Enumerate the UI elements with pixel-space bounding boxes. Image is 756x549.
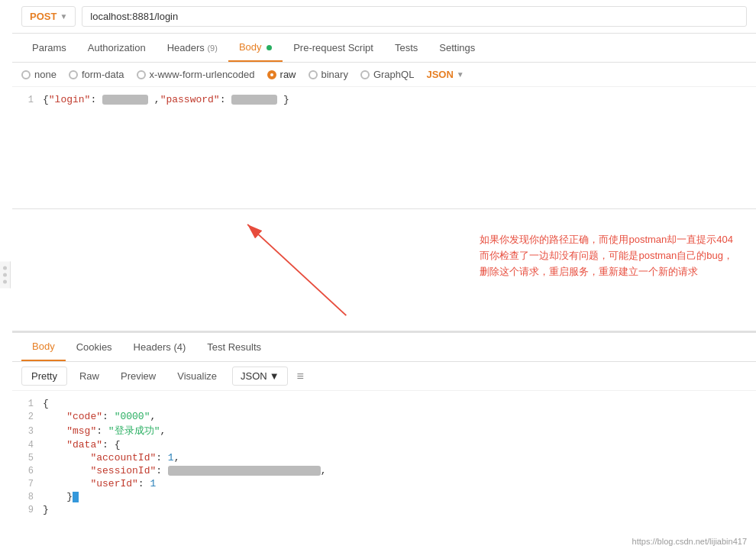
tab-tests[interactable]: Tests	[384, 34, 428, 61]
annotation-text: 如果你发现你的路径正确，而使用postman却一直提示404 而你检查了一边却没…	[480, 232, 733, 279]
response-tab-cookies[interactable]: Cookies	[66, 334, 123, 360]
sub-tab-pretty[interactable]: Pretty	[21, 367, 67, 386]
response-line-6: 6 "sessionId": ,	[12, 464, 756, 477]
option-form-data[interactable]: form-data	[69, 69, 124, 80]
tab-params[interactable]: Params	[21, 34, 77, 61]
body-dot-icon	[267, 45, 272, 50]
response-line-5: 5 "accountId": 1,	[12, 451, 756, 464]
tab-pre-request[interactable]: Pre-request Script	[283, 34, 384, 61]
radio-urlencoded-icon	[137, 70, 146, 79]
json-chevron-icon: ▼	[457, 70, 464, 79]
annotation-area: 如果你发现你的路径正确，而使用postman却一直提示404 而你检查了一边却没…	[12, 209, 756, 331]
response-tabs: Body Cookies Headers (4) Test Results	[12, 333, 756, 362]
radio-raw-icon	[267, 70, 276, 79]
sidebar-dots	[0, 261, 11, 288]
json-format-select[interactable]: JSON ▼	[426, 69, 464, 80]
response-section: Body Cookies Headers (4) Test Results Pr…	[12, 331, 756, 522]
line-number: 1	[12, 95, 43, 105]
sub-tab-preview[interactable]: Preview	[111, 367, 165, 385]
response-line-7: 7 "userId": 1	[12, 477, 756, 490]
option-raw[interactable]: raw	[267, 69, 296, 80]
sub-tab-raw[interactable]: Raw	[70, 367, 108, 385]
radio-binary-icon	[309, 70, 318, 79]
response-line-9: 9 }	[12, 503, 756, 516]
response-line-1: 1 {	[12, 397, 756, 410]
option-graphql[interactable]: GraphQL	[360, 69, 414, 80]
response-line-8: 8 }	[12, 490, 756, 503]
response-tab-body[interactable]: Body	[21, 333, 66, 361]
radio-formdata-icon	[69, 70, 78, 79]
sub-tab-visualize[interactable]: Visualize	[168, 367, 226, 385]
response-tab-test-results[interactable]: Test Results	[196, 334, 272, 360]
response-headers-badge: (4)	[173, 341, 186, 353]
response-tab-headers[interactable]: Headers (4)	[123, 334, 197, 360]
sub-tabs-row: Pretty Raw Preview Visualize JSON ▼ ≡	[12, 362, 756, 391]
method-chevron-icon: ▼	[60, 12, 67, 21]
radio-none-icon	[21, 70, 31, 79]
request-tabs: Params Authorization Headers (9) Body Pr…	[12, 34, 756, 63]
request-body-editor[interactable]: 1 {"login": ,"password": }	[12, 87, 756, 209]
option-none[interactable]: none	[21, 69, 57, 80]
sidebar-dot	[3, 266, 7, 270]
method-label: POST	[30, 11, 57, 22]
sidebar-dot	[3, 279, 7, 283]
filter-icon[interactable]: ≡	[297, 370, 304, 383]
blurred-login	[102, 95, 148, 105]
tab-settings[interactable]: Settings	[428, 34, 486, 61]
body-options: none form-data x-www-form-urlencoded raw…	[12, 63, 756, 87]
option-urlencoded[interactable]: x-www-form-urlencoded	[137, 69, 255, 80]
response-json-chevron-icon: ▼	[270, 370, 279, 382]
response-json-select[interactable]: JSON ▼	[232, 367, 288, 386]
radio-graphql-icon	[360, 70, 370, 79]
blurred-password	[231, 95, 277, 105]
response-body-code: 1 { 2 "code": "0000", 3 "msg": "登录成功", 4	[12, 391, 756, 522]
tab-headers[interactable]: Headers (9)	[157, 34, 228, 61]
code-line-1: 1 {"login": ,"password": }	[12, 93, 756, 106]
method-select[interactable]: POST ▼	[21, 6, 76, 27]
response-line-2: 2 "code": "0000",	[12, 410, 756, 423]
response-line-4: 4 "data": {	[12, 438, 756, 451]
headers-badge: (9)	[207, 44, 217, 53]
option-binary[interactable]: binary	[309, 69, 348, 80]
response-line-3: 3 "msg": "登录成功",	[12, 423, 756, 438]
tab-authorization[interactable]: Authorization	[77, 34, 157, 61]
svg-line-1	[247, 224, 346, 315]
sidebar-dot	[3, 273, 7, 276]
url-bar: POST ▼	[12, 0, 756, 34]
tab-body[interactable]: Body	[228, 34, 283, 62]
blurred-sessionid	[168, 466, 321, 476]
url-input[interactable]	[82, 6, 747, 27]
